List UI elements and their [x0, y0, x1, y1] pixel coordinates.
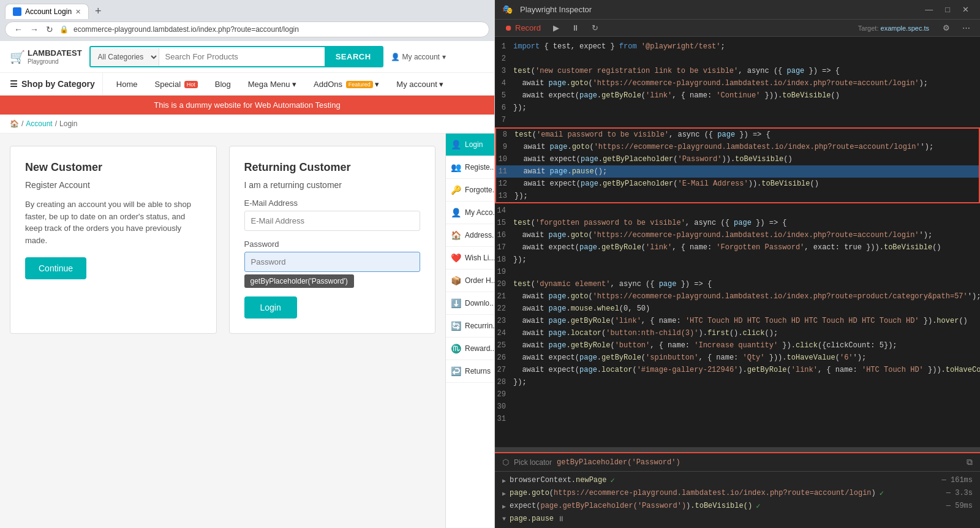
code-line-1: 1import { test, expect } from '@playwrig…: [495, 40, 980, 53]
sidebar-item-order-history[interactable]: 📦 Order H...: [446, 270, 494, 292]
sidebar-downloads-label: Downlo...: [465, 299, 494, 307]
nav-special[interactable]: Special Hot: [146, 74, 206, 95]
expand-arrow2[interactable]: ▶: [502, 490, 506, 497]
search-input[interactable]: [159, 48, 325, 66]
line-number: 24: [495, 328, 513, 339]
expand-arrow3[interactable]: ▶: [502, 503, 506, 510]
minimize-button[interactable]: —: [921, 4, 937, 15]
sidebar-item-address[interactable]: 🏠 Address...: [446, 224, 494, 247]
mega-chevron-icon: ▾: [292, 80, 296, 89]
code-line-14: 14: [495, 205, 980, 217]
record-button[interactable]: ⏺ Record: [501, 22, 545, 34]
line-number: 12: [496, 178, 514, 189]
code-content: });: [513, 102, 980, 113]
copy-locator-button[interactable]: ⧉: [967, 457, 973, 467]
action-log: ▶ browserContext.newPage ✓ — 161ms ▶ pag…: [495, 472, 980, 528]
window-close-button[interactable]: ✕: [959, 4, 973, 15]
sidebar-item-forgotten[interactable]: 🔑 Forgotte...: [446, 179, 494, 202]
refresh-button[interactable]: ↻: [45, 25, 55, 34]
sidebar-item-register[interactable]: 👥 Registe...: [446, 156, 494, 179]
sidebar-item-rewards[interactable]: ♏ Reward...: [446, 338, 494, 360]
action-item-pause: ▼ page.pause ⏸: [502, 513, 973, 526]
browser-tab[interactable]: Account Login ✕: [5, 4, 89, 19]
wish-list-icon: ❤️: [451, 253, 461, 263]
action-text2: page.goto(https://ecommerce-playground.l…: [510, 489, 876, 497]
my-account-label: My account: [402, 53, 440, 61]
expand-arrow4[interactable]: ▼: [502, 516, 506, 522]
action-item-browser-context: ▶ browserContext.newPage ✓ — 161ms: [502, 474, 973, 487]
email-input[interactable]: [244, 211, 421, 231]
code-line-11: 11 await page.pause();: [496, 165, 979, 178]
code-content: await expect(page.getByPlaceholder('E-Ma…: [514, 178, 979, 189]
banner: This is a dummy website for Web Automati…: [0, 96, 494, 115]
nav-addons[interactable]: AddOns Featured ▾: [305, 74, 388, 95]
sidebar-item-my-account[interactable]: 👤 My Acco...: [446, 202, 494, 224]
sidebar-item-recurring[interactable]: 🔄 Recurrin...: [446, 315, 494, 338]
maximize-button[interactable]: □: [941, 4, 954, 15]
code-line-29: 29: [495, 388, 980, 401]
refresh-pw-button[interactable]: ↻: [588, 22, 602, 34]
tab-close-btn[interactable]: ✕: [75, 8, 81, 16]
password-group: Password getByPlaceholder('Password'): [244, 239, 421, 288]
nav-blog[interactable]: Blog: [206, 74, 239, 95]
browser-chrome: Account Login ✕ + ← → ↻ 🔒 ecommerce-play…: [0, 0, 494, 41]
pw-bottom-panel: ⬡ Pick locator getByPlaceholder('Passwor…: [495, 452, 980, 528]
hot-badge: Hot: [184, 81, 198, 88]
login-button[interactable]: Login: [244, 296, 297, 319]
shop-by-category[interactable]: ☰ Shop by Category: [10, 73, 103, 95]
forward-button[interactable]: →: [29, 25, 40, 34]
nav-home[interactable]: Home: [108, 74, 146, 95]
breadcrumb-login: Login: [59, 119, 77, 128]
sidebar-order-history-label: Order H...: [465, 276, 494, 285]
category-select[interactable]: All Categories: [91, 48, 159, 66]
code-scrollbar[interactable]: [495, 447, 980, 452]
sidebar-item-downloads[interactable]: ⬇️ Downlo...: [446, 292, 494, 315]
code-content: import { test, expect } from '@playwrigh…: [513, 41, 980, 52]
sidebar-item-wish-list[interactable]: ❤️ Wish Li...: [446, 247, 494, 270]
code-line-30: 30: [495, 401, 980, 413]
check-icon: ✓: [610, 476, 614, 485]
my-account-link[interactable]: 👤 My account ▾: [391, 53, 446, 61]
home-icon: 🏠: [10, 119, 19, 128]
code-line-18: 18});: [495, 254, 980, 266]
code-line-12: 12 await expect(page.getByPlaceholder('E…: [496, 178, 979, 190]
new-tab-button[interactable]: +: [91, 5, 105, 18]
line-number: 5: [495, 90, 513, 101]
banner-text: This is a dummy website for Web Automati…: [154, 100, 340, 110]
settings-button[interactable]: ⚙: [939, 22, 954, 34]
password-input[interactable]: [244, 252, 421, 272]
back-button[interactable]: ←: [13, 25, 24, 34]
expand-arrow[interactable]: ▶: [502, 477, 506, 485]
sidebar-item-login[interactable]: 👤 Login: [446, 134, 494, 156]
sidebar-item-returns[interactable]: ↩️ Returns: [446, 360, 494, 383]
line-number: 31: [495, 413, 513, 424]
address-icon: 🏠: [451, 230, 461, 240]
code-line-19: 19: [495, 266, 980, 278]
play-button[interactable]: ▶: [549, 22, 563, 34]
continue-button[interactable]: Continue: [25, 257, 86, 279]
line-number: 14: [495, 205, 513, 216]
pause-button[interactable]: ⏸: [568, 22, 583, 34]
line-number: 26: [495, 352, 513, 363]
sidebar-address-label: Address...: [465, 231, 494, 239]
nav-mega-menu[interactable]: Mega Menu ▾: [239, 74, 305, 95]
returning-customer-heading: Returning Customer: [244, 161, 421, 174]
email-label: E-Mail Address: [244, 198, 421, 208]
code-line-3: 3test('new customer registration link to…: [495, 65, 980, 77]
action-item-expect: ▶ expect(page.getByPlaceholder('Password…: [502, 500, 973, 513]
code-line-25: 25 await page.getByRole('button', { name…: [495, 339, 980, 352]
target-label: Target: example.spec.ts: [858, 25, 929, 32]
code-content: });: [513, 254, 980, 265]
code-line-22: 22 await page.mouse.wheel(0, 50): [495, 303, 980, 315]
nav-my-account[interactable]: My account ▾: [388, 74, 452, 95]
record-label: Record: [515, 23, 541, 32]
breadcrumb-account[interactable]: Account: [26, 119, 52, 128]
more-options-button[interactable]: ⋯: [959, 22, 974, 34]
line-number: 7: [495, 115, 513, 126]
pw-code-area[interactable]: 1import { test, expect } from '@playwrig…: [495, 37, 980, 446]
code-content: await expect(page.getByPlaceholder('Pass…: [514, 154, 979, 165]
line-number: 20: [495, 279, 513, 290]
user-icon: 👤: [391, 53, 400, 61]
search-button[interactable]: SEARCH: [325, 47, 382, 66]
order-history-icon: 📦: [451, 276, 461, 285]
